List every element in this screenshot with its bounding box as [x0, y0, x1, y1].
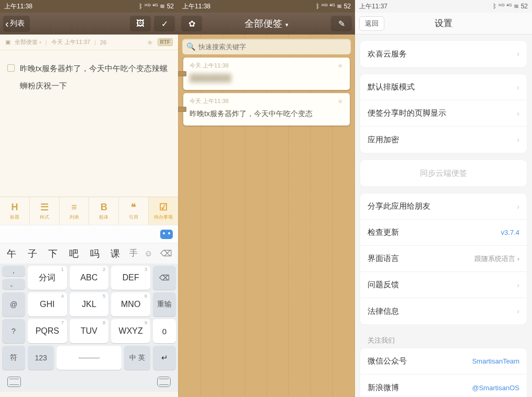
compose-button[interactable]: ✎ — [331, 16, 352, 31]
format-icon: B — [101, 202, 107, 213]
search-input[interactable] — [198, 43, 347, 51]
key-123[interactable]: 123 — [28, 346, 54, 370]
format-label: 引用 — [129, 214, 138, 221]
note-card-0[interactable]: 今天 上午11:38★████████ — [183, 58, 350, 90]
key-wxyz[interactable]: 9WXYZ — [111, 319, 150, 343]
note-editor-screen: 上午11:38 ᛒ ᴴᴰ ⁴ᴳ ≋ 52 列表 🖼 ✓ ▣ 全部便签 › | 今… — [0, 0, 178, 397]
note-date: 今天 上午11:37 — [51, 38, 91, 46]
key-symbol[interactable]: 符 — [2, 346, 25, 370]
format-标题[interactable]: H标题 — [0, 197, 30, 225]
candidate-3[interactable]: 吧 — [64, 245, 83, 262]
format-toolbar: H标题☰样式≡列表B粗体❝引用☑待办事项 — [0, 197, 178, 225]
star-icon[interactable]: ★ — [147, 38, 153, 47]
key-mno[interactable]: 6MNO — [111, 292, 150, 316]
candidate-6[interactable]: 手 — [127, 246, 140, 261]
settings-row-分享此应用给朋友[interactable]: 分享此应用给朋友› — [360, 194, 527, 220]
folder-icon: ▣ — [5, 39, 10, 46]
format-列表[interactable]: ≡列表 — [60, 197, 90, 225]
candidate-7[interactable]: ☺ — [142, 247, 155, 260]
todo-checkbox[interactable] — [7, 64, 15, 72]
candidate-2[interactable]: 下 — [43, 245, 62, 262]
settings-row-检查更新[interactable]: 检查更新v3.7.4 — [360, 220, 527, 246]
key-ghi[interactable]: 4GHI — [28, 292, 67, 316]
key-def[interactable]: 3DEF — [111, 266, 150, 290]
settings-row-便签分享时的页脚显示[interactable]: 便签分享时的页脚显示› — [360, 100, 527, 127]
row-value: SmartisanTeam — [472, 357, 519, 365]
key-tuv[interactable]: 8TUV — [70, 319, 109, 343]
settings-group-2: 同步云端便签 — [360, 160, 527, 186]
key-enter[interactable]: ↵ — [153, 346, 176, 370]
settings-button[interactable]: ✿ — [181, 16, 202, 31]
key-pqrs[interactable]: 7PQRS — [28, 319, 67, 343]
key-question[interactable]: ? — [2, 319, 25, 343]
status-time: 上午11:38 — [182, 2, 210, 11]
key-abc[interactable]: 2ABC — [70, 266, 109, 290]
key-reinput[interactable]: 重输 — [153, 292, 176, 316]
format-icon: H — [11, 202, 18, 213]
candidate-4[interactable]: 吗 — [85, 245, 104, 262]
picture-icon: 🖼 — [136, 19, 145, 28]
settings-row-问题反馈[interactable]: 问题反馈› — [360, 272, 527, 298]
settings-row-默认排版模式[interactable]: 默认排版模式› — [360, 74, 527, 100]
format-label: 列表 — [70, 214, 79, 221]
candidate-1[interactable]: 子 — [23, 245, 42, 262]
format-样式[interactable]: ☰样式 — [30, 197, 60, 225]
status-bar: 上午11:37 ᛒ ᴴᴰ ⁴ᴳ ≋ 52 — [355, 0, 532, 13]
settings-row-界面语言[interactable]: 界面语言跟随系统语言 › — [360, 246, 527, 272]
keyboard-switch-right[interactable] — [157, 377, 171, 387]
key-jkl[interactable]: 5JKL — [70, 292, 109, 316]
key-period[interactable]: 。 — [2, 279, 25, 289]
key-comma[interactable]: ， — [2, 266, 25, 276]
row-label: 欢喜云服务 — [368, 49, 407, 59]
format-待办事项[interactable]: ☑待办事项 — [149, 197, 178, 225]
folder-selector[interactable]: 全部便签 › — [15, 38, 41, 46]
row-label: 同步云端便签 — [420, 168, 467, 178]
chevron-right-icon: › — [517, 83, 519, 92]
editor-content[interactable]: 昨晚tx服务器炸了，今天中午吃个变态辣螺蛳粉庆祝一下 — [0, 50, 178, 197]
gear-icon: ✿ — [189, 19, 195, 29]
status-bar: 上午11:38 ᛒ ᴴᴰ ⁴ᴳ ≋ 52 — [178, 0, 355, 13]
settings-row-法律信息[interactable]: 法律信息› — [360, 298, 527, 324]
format-粗体[interactable]: B粗体 — [89, 197, 119, 225]
row-label: 检查更新 — [368, 228, 399, 237]
rtf-badge[interactable]: RTF — [158, 38, 173, 46]
settings-row-欢喜云服务[interactable]: 欢喜云服务› — [360, 41, 527, 67]
done-button[interactable]: ✓ — [154, 16, 175, 31]
status-time: 上午11:38 — [4, 2, 32, 11]
note-card-1[interactable]: 今天 上午11:38★昨晚tx服务器炸了，今天中午吃个变态 — [183, 93, 350, 126]
candidate-8[interactable]: ⌫ — [157, 248, 176, 258]
keyboard-switch-left[interactable] — [7, 377, 21, 387]
key-lang-toggle[interactable]: 中 英 — [124, 346, 150, 370]
back-to-list-button[interactable]: 列表 — [3, 16, 30, 32]
search-row[interactable]: 🔍 — [182, 39, 351, 54]
note-meta-row: ▣ 全部便签 › | 今天 上午11:37 | 26 ★ RTF — [0, 35, 178, 50]
format-引用[interactable]: ❝引用 — [119, 197, 149, 225]
settings-group-0: 欢喜云服务› — [360, 41, 527, 67]
row-label: 便签分享时的页脚显示 — [368, 108, 446, 118]
chevron-right-icon: › — [517, 202, 519, 211]
row-label: 微信公众号 — [368, 356, 407, 366]
settings-row-微信公众号[interactable]: 微信公众号SmartisanTeam — [360, 348, 527, 375]
key-backspace[interactable]: ⌫ — [153, 266, 176, 290]
status-icons: ᛒ ᴴᴰ ⁴ᴳ ≋ 52 — [493, 3, 528, 10]
list-title[interactable]: 全部便签 ▾ — [205, 17, 328, 30]
chevron-right-icon: › — [517, 109, 519, 118]
settings-group-1: 默认排版模式›便签分享时的页脚显示›应用加密› — [360, 74, 527, 153]
row-label: 法律信息 — [368, 307, 399, 316]
format-label: 待办事项 — [154, 214, 173, 221]
settings-row-应用加密[interactable]: 应用加密› — [360, 127, 527, 153]
key-at[interactable]: @ — [2, 292, 25, 316]
key-zero[interactable]: 0 — [153, 319, 176, 343]
back-button[interactable]: 返回 — [359, 16, 384, 31]
settings-row-新浪微博[interactable]: 新浪微博@SmartisanOS — [360, 375, 527, 397]
settings-row-同步云端便签: 同步云端便签 — [360, 160, 527, 186]
settings-navbar: 返回 设置 — [355, 13, 532, 35]
candidate-0[interactable]: 午 — [2, 245, 21, 262]
settings-list[interactable]: 欢喜云服务›默认排版模式›便签分享时的页脚显示›应用加密›同步云端便签分享此应用… — [355, 35, 532, 397]
image-button[interactable]: 🖼 — [130, 16, 151, 31]
note-preview: ████████ — [190, 73, 343, 84]
candidate-5[interactable]: 课 — [106, 245, 125, 262]
emoji-toggle[interactable] — [160, 230, 173, 239]
key-space[interactable] — [57, 346, 121, 370]
key-segment[interactable]: 1分词 — [28, 266, 67, 290]
